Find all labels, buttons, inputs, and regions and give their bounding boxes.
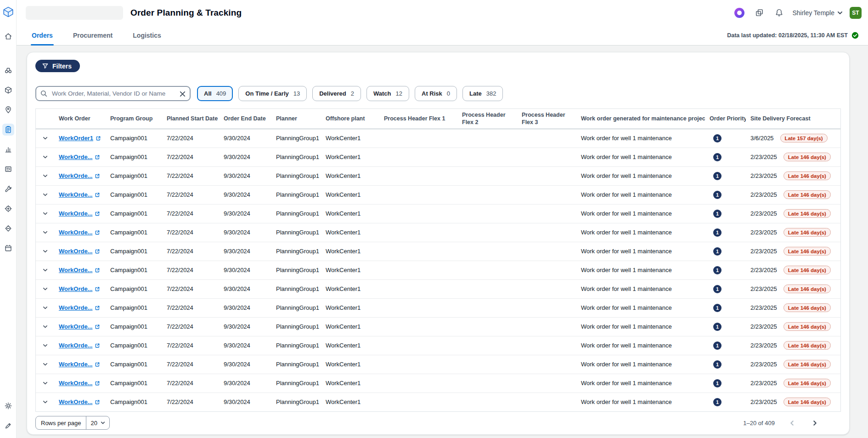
avatar[interactable]: ST — [850, 7, 862, 19]
package-icon[interactable] — [2, 84, 14, 96]
work-order-link[interactable]: WorkOrde... — [59, 304, 100, 311]
row-expand-button[interactable] — [39, 302, 51, 314]
cell-program-group: Campaign001 — [106, 185, 162, 204]
cell-flex2 — [457, 298, 517, 317]
sidebar-bottom — [2, 400, 14, 432]
late-badge: Late 146 day(s) — [783, 360, 831, 369]
cell-planner: PlanningGroup1 — [271, 223, 321, 242]
work-order-link[interactable]: WorkOrde... — [59, 323, 100, 330]
row-expand-button[interactable] — [39, 396, 51, 408]
rows-per-page-select[interactable]: Rows per page 20 — [35, 416, 110, 430]
diamond-icon[interactable] — [2, 222, 14, 234]
row-expand-button[interactable] — [39, 358, 51, 370]
row-expand-button[interactable] — [39, 377, 51, 389]
work-order-link[interactable]: WorkOrde... — [59, 342, 100, 349]
cell-planned-start: 7/22/2024 — [162, 148, 219, 166]
edit-pencil-icon[interactable] — [2, 420, 14, 432]
filter-chip[interactable]: Late 382 — [462, 86, 503, 101]
stacked-windows-icon[interactable] — [753, 6, 766, 19]
col-site-delivery-forecast: Site Delivery Forecast — [746, 109, 840, 129]
cell-planner: PlanningGroup1 — [271, 298, 321, 317]
cell-program-group: Campaign001 — [106, 355, 162, 374]
user-menu[interactable]: Shirley Temple — [792, 9, 843, 17]
row-expand-button[interactable] — [39, 340, 51, 352]
crosshair-icon[interactable] — [2, 203, 14, 215]
binoculars-icon[interactable] — [2, 64, 14, 76]
row-expand-button[interactable] — [39, 227, 51, 239]
forecast-date: 2/23/2025 — [750, 285, 777, 292]
cell-program-group: Campaign001 — [106, 392, 162, 411]
work-order-link[interactable]: WorkOrde... — [59, 361, 100, 368]
row-expand-button[interactable] — [39, 151, 51, 163]
chevron-down-icon — [42, 248, 48, 254]
news-icon[interactable] — [2, 163, 14, 175]
work-order-link[interactable]: WorkOrde... — [59, 172, 100, 179]
row-expand-button[interactable] — [39, 245, 51, 257]
work-order-link[interactable]: WorkOrde... — [59, 267, 100, 273]
cell-planner: PlanningGroup1 — [271, 148, 321, 166]
filter-chip[interactable]: On Time / Early 13 — [238, 86, 307, 101]
row-expand-button[interactable] — [39, 264, 51, 276]
work-order-link[interactable]: WorkOrde... — [59, 229, 100, 236]
work-order-link[interactable]: WorkOrde... — [59, 154, 100, 160]
row-expand-button[interactable] — [39, 132, 51, 144]
wrench-icon[interactable] — [2, 183, 14, 195]
orders-clipboard-icon[interactable] — [2, 124, 14, 136]
priority-badge: 1 — [713, 191, 721, 199]
cell-flex2 — [457, 166, 517, 185]
cell-planner: PlanningGroup1 — [271, 185, 321, 204]
search-input[interactable] — [35, 86, 191, 101]
calendar-icon[interactable] — [2, 242, 14, 254]
work-order-link[interactable]: WorkOrde... — [59, 210, 100, 217]
filters-button[interactable]: Filters — [35, 60, 80, 72]
cell-flex3 — [517, 355, 576, 374]
work-order-link[interactable]: WorkOrde... — [59, 191, 100, 198]
main-column: Order Planning & Tracking Shirley Temple… — [17, 0, 868, 438]
cell-flex1 — [379, 223, 457, 242]
settings-gear-icon[interactable] — [2, 400, 14, 412]
filter-chip[interactable]: At Risk 0 — [415, 86, 457, 101]
clear-search-icon[interactable] — [177, 88, 188, 99]
tab-logistics[interactable]: Logistics — [132, 25, 162, 45]
late-badge: Late 146 day(s) — [783, 398, 831, 406]
priority-badge: 1 — [713, 172, 721, 180]
rows-per-page-value: 20 — [90, 420, 97, 427]
row-expand-button[interactable] — [39, 321, 51, 333]
bar-chart-icon[interactable] — [2, 143, 14, 155]
priority-badge: 1 — [713, 379, 721, 387]
last-updated-text: Data last updated: 02/18/2025, 11:30 AM … — [727, 32, 848, 39]
filter-chip[interactable]: All 409 — [197, 86, 233, 101]
table-row: WorkOrde... Campaign001 7/22/2024 9/30/2… — [36, 223, 840, 242]
work-order-link[interactable]: WorkOrde... — [59, 248, 100, 255]
row-expand-button[interactable] — [39, 208, 51, 220]
row-expand-button[interactable] — [39, 189, 51, 201]
row-expand-button[interactable] — [39, 170, 51, 182]
cell-order-end: 9/30/2024 — [219, 185, 271, 204]
cell-planned-start: 7/22/2024 — [162, 204, 219, 223]
table-row: WorkOrde... Campaign001 7/22/2024 9/30/2… — [36, 317, 840, 336]
cell-maintenance-project: Work order for well 1 maintenance — [576, 336, 705, 355]
assistant-icon[interactable] — [733, 6, 746, 19]
col-work-order: Work Order — [54, 109, 106, 129]
app-logo-icon[interactable] — [2, 6, 15, 18]
filter-chip[interactable]: Watch 12 — [366, 86, 409, 101]
work-order-link[interactable]: WorkOrder1 — [59, 135, 101, 142]
filter-chip[interactable]: Delivered 2 — [312, 86, 361, 101]
pagination: 1–20 of 409 — [743, 417, 821, 429]
external-link-icon — [95, 343, 100, 348]
tab-procurement[interactable]: Procurement — [72, 25, 113, 45]
work-order-link[interactable]: WorkOrde... — [59, 380, 100, 387]
location-pin-icon[interactable] — [2, 104, 14, 116]
cell-planner: PlanningGroup1 — [271, 166, 321, 185]
row-expand-button[interactable] — [39, 283, 51, 295]
bell-icon[interactable] — [772, 6, 785, 19]
home-icon[interactable] — [2, 30, 14, 42]
previous-page-icon[interactable] — [786, 417, 798, 429]
work-order-link[interactable]: WorkOrde... — [59, 398, 100, 405]
col-expand — [36, 109, 54, 129]
next-page-icon[interactable] — [809, 417, 821, 429]
cell-flex3 — [517, 129, 576, 148]
work-order-link[interactable]: WorkOrde... — [59, 285, 100, 292]
chevron-down-icon — [42, 267, 48, 273]
tab-orders[interactable]: Orders — [31, 25, 54, 45]
